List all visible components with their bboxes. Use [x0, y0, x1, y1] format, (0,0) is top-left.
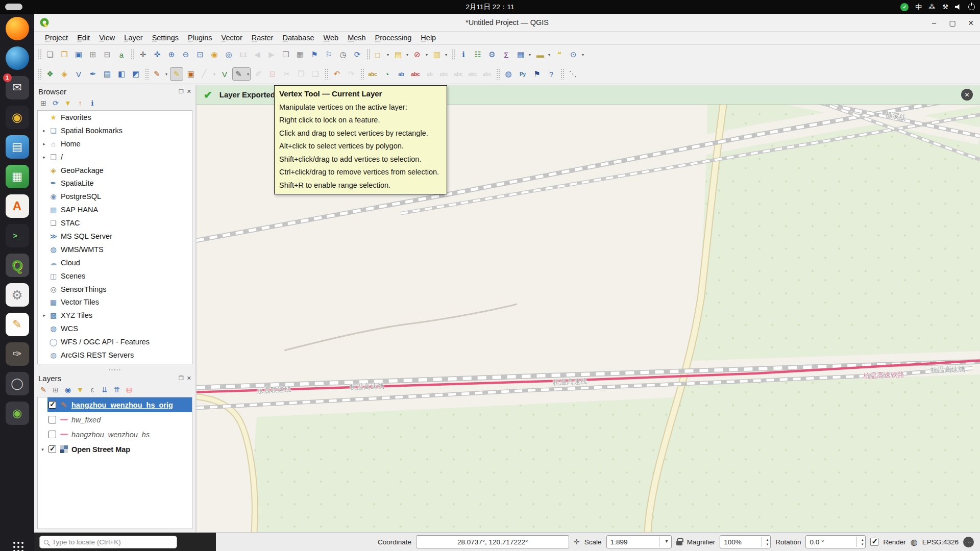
browser-item-geopackage[interactable]: ◈ GeoPackage	[38, 164, 192, 177]
layer-visibility-checkbox[interactable]	[48, 401, 56, 409]
gimp-launcher[interactable]	[6, 342, 29, 366]
style-manager-button[interactable]: a	[115, 48, 128, 61]
software-store-launcher[interactable]	[6, 402, 29, 425]
attribute-table-button[interactable]: ▦	[514, 48, 532, 61]
check-geometries-button[interactable]: ⋱	[566, 67, 579, 81]
toolbar-handle[interactable]	[38, 68, 42, 80]
magnifier-spinbox[interactable]: 100%	[720, 535, 771, 548]
expand-arrow-icon[interactable]	[40, 155, 48, 160]
copy-features-button[interactable]: ❐	[295, 67, 308, 81]
layer-visibility-checkbox[interactable]	[48, 416, 56, 423]
browser-item-wcs[interactable]: ◍ WCS	[38, 322, 192, 335]
network-icon[interactable]: ⁂	[928, 3, 936, 11]
text-editor-launcher[interactable]	[6, 313, 29, 336]
open-layer-styling-button[interactable]: ✎	[37, 384, 50, 395]
new-virtual-layer-button[interactable]: ◧	[115, 67, 128, 81]
collapse-all-layers-button[interactable]: ⇈	[111, 384, 123, 395]
move-label-button[interactable]: abc	[452, 67, 465, 81]
filter-browser-button[interactable]: ▼	[62, 97, 74, 109]
rotation-spinbox[interactable]: 0.0 °	[805, 535, 866, 548]
browser-item-stac[interactable]: ❏ STAC	[38, 216, 192, 230]
select-features-button[interactable]: □	[372, 48, 390, 61]
browser-launcher[interactable]	[6, 46, 29, 70]
layer-hangzhou-wenzhou-hs[interactable]: hangzhou_wenzhou_hs	[38, 427, 192, 442]
menu-item[interactable]: Project	[40, 32, 72, 44]
locator-search-input[interactable]: Type to locate (Ctrl+K)	[39, 536, 177, 548]
browser-item-ms-sql-server[interactable]: ≫ MS SQL Server	[38, 230, 192, 243]
rotate-label-button[interactable]: abc	[466, 67, 479, 81]
zoom-full-button[interactable]: ⊡	[193, 48, 207, 61]
qgis-launcher[interactable]	[6, 254, 29, 277]
zoom-native-button[interactable]: 1:1	[236, 48, 250, 61]
scale-combobox[interactable]: 1:899	[606, 535, 672, 548]
layer-open-street-map[interactable]: Open Street Map	[38, 442, 192, 457]
crs-status[interactable]: EPSG:4326	[922, 538, 959, 546]
new-shapefile-layer-button[interactable]: V	[72, 67, 85, 81]
zoom-next-button[interactable]: ▶	[265, 48, 278, 61]
browser-item-wms-wmts[interactable]: ◍ WMS/WMTS	[38, 243, 192, 256]
title-bar[interactable]: *Untitled Project — QGIS – ▢ ✕	[34, 14, 980, 32]
close-button[interactable]: ✕	[967, 19, 975, 27]
properties-widget-button[interactable]: ℹ	[86, 97, 99, 109]
messages-button[interactable]: ···	[963, 537, 974, 547]
layer-labeling-button[interactable]: abc	[366, 67, 379, 81]
media-launcher[interactable]	[6, 106, 29, 129]
add-selected-layer-button[interactable]: ⊞	[37, 97, 50, 109]
browser-item-spatialite[interactable]: ✒ SpatiaLite	[38, 177, 192, 190]
layer-hangzhou-wenzhou-hs-orig[interactable]: hangzhou_wenzhou_hs_orig	[38, 397, 192, 412]
crs-globe-icon[interactable]: ◍	[911, 537, 918, 547]
settings-launcher[interactable]	[6, 283, 29, 307]
vertex-tool-all-layers-button[interactable]: V	[218, 67, 231, 81]
updates-ok-icon[interactable]: ✓	[900, 3, 909, 11]
add-line-feature-button[interactable]: ╱	[199, 67, 217, 81]
libreoffice-launcher[interactable]	[6, 194, 29, 218]
render-checkbox[interactable]	[870, 538, 878, 546]
filter-by-expression-button[interactable]: ε	[86, 384, 99, 395]
writer-launcher[interactable]	[6, 135, 29, 159]
expand-arrow-icon[interactable]	[40, 141, 48, 146]
menu-item[interactable]: Help	[416, 32, 440, 44]
menu-item[interactable]: Vector	[217, 32, 247, 44]
refresh-map-button[interactable]: ⟳	[351, 48, 364, 61]
toolbar-handle[interactable]	[360, 68, 364, 80]
layer-row-body[interactable]: Open Street Map	[47, 442, 192, 457]
coordinate-input[interactable]: 28.0737°, 120.717222°	[416, 535, 569, 548]
change-label-button[interactable]: abc	[480, 67, 494, 81]
vertex-tool-current-layer-button[interactable]: ✎	[232, 67, 251, 81]
metasearch-button[interactable]: ◍	[502, 67, 515, 81]
panel-splitter[interactable]	[34, 367, 195, 372]
toolbar-handle[interactable]	[366, 49, 371, 60]
add-group-button[interactable]: ⊞	[50, 384, 62, 395]
menu-item[interactable]: Layer	[119, 32, 147, 44]
menu-item[interactable]: Web	[319, 32, 344, 44]
refresh-browser-button[interactable]: ⟳	[50, 97, 62, 109]
menu-item[interactable]: Edit	[72, 32, 94, 44]
show-bookmarks-button[interactable]: ⚐	[322, 48, 335, 61]
calc-launcher[interactable]	[6, 165, 29, 188]
collapse-all-browser-button[interactable]: ↑	[74, 97, 86, 109]
plugin-flag-button[interactable]: ⚑	[530, 67, 544, 81]
layers-close-button[interactable]: ✕	[187, 375, 191, 382]
browser-item-favorites[interactable]: ★ Favorites	[38, 111, 192, 124]
undo-button[interactable]: ↶	[330, 67, 344, 81]
expand-arrow-icon[interactable]	[40, 313, 48, 318]
notification-close-button[interactable]: ✕	[961, 89, 973, 101]
volume-icon[interactable]	[955, 4, 962, 10]
statistics-button[interactable]: Σ	[500, 48, 513, 61]
new-spatial-bookmark-button[interactable]: ⚑	[308, 48, 321, 61]
save-project-button[interactable]: ▣	[72, 48, 85, 61]
toolbar-handle[interactable]	[131, 49, 135, 60]
toolbar-handle[interactable]	[560, 68, 565, 80]
labeling-options-button[interactable]: ◔	[380, 67, 394, 81]
layer-hw-fixed[interactable]: hw_fixed	[38, 412, 192, 427]
browser-item-postgresql[interactable]: ◉ PostgreSQL	[38, 190, 192, 203]
toolbar-handle[interactable]	[325, 68, 329, 80]
current-edits-button[interactable]: ✎	[151, 67, 169, 81]
browser-item-spatial-bookmarks[interactable]: ❏ Spatial Bookmarks	[38, 124, 192, 137]
menu-item[interactable]: Plugins	[183, 32, 217, 44]
show-layout-manager-button[interactable]: ⊟	[101, 48, 114, 61]
browser-item-scenes[interactable]: ◫ Scenes	[38, 269, 192, 283]
new-map-view-button[interactable]: ❒	[279, 48, 292, 61]
system-clock[interactable]: 2月11日 22：11	[0, 0, 980, 14]
menu-item[interactable]: Settings	[148, 32, 183, 44]
